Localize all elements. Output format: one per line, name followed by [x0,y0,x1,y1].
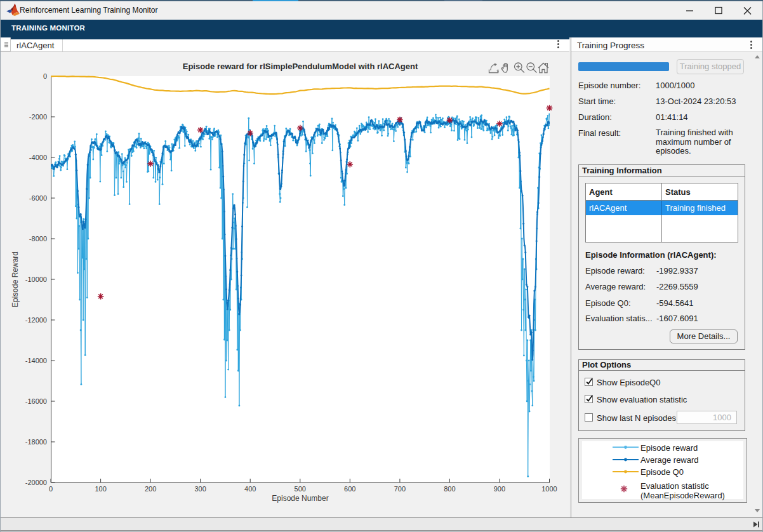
svg-text:900: 900 [494,485,505,493]
svg-text:800: 800 [444,485,455,493]
svg-text:1000: 1000 [541,485,557,493]
svg-text:-4000: -4000 [29,154,47,161]
svg-text:0: 0 [43,72,47,80]
svg-text:600: 600 [344,485,355,493]
svg-text:-14000: -14000 [25,357,47,364]
svg-text:Episode Reward: Episode Reward [11,251,20,307]
svg-text:400: 400 [244,485,256,493]
svg-text:0: 0 [49,485,53,493]
svg-text:100: 100 [95,485,106,493]
svg-text:Episode reward for rlSimplePen: Episode reward for rlSimplePendulumModel… [183,62,418,71]
svg-text:-12000: -12000 [25,316,47,324]
svg-text:-10000: -10000 [25,276,47,283]
svg-text:-16000: -16000 [25,397,47,405]
svg-text:-8000: -8000 [29,235,47,243]
svg-text:-2000: -2000 [29,113,47,121]
svg-text:500: 500 [295,485,306,493]
svg-text:-18000: -18000 [25,438,47,446]
svg-text:-6000: -6000 [29,194,47,202]
svg-text:-20000: -20000 [25,479,47,486]
svg-text:700: 700 [394,485,406,493]
svg-text:200: 200 [145,485,156,493]
svg-text:300: 300 [194,485,206,493]
svg-text:Episode Number: Episode Number [272,494,328,503]
